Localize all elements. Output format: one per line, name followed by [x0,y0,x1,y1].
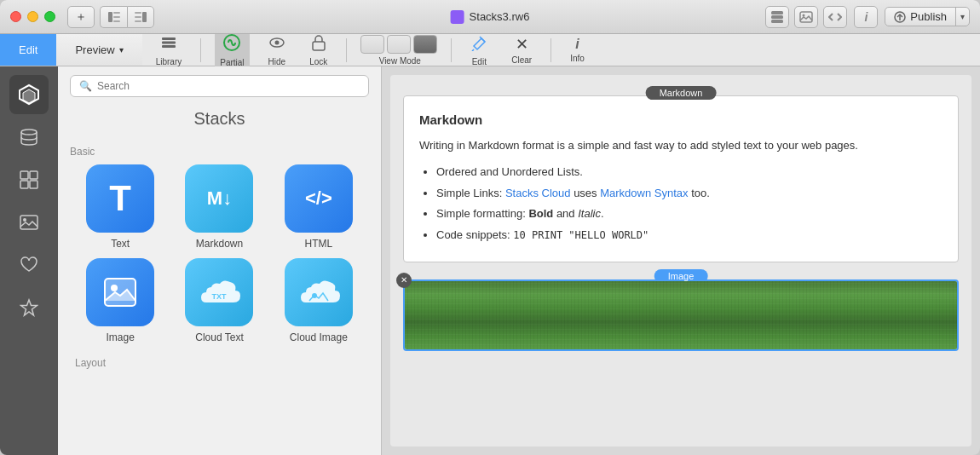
stack-item-cloud-text[interactable]: TXT Cloud Text [174,258,264,343]
svg-point-32 [23,218,26,222]
svg-marker-33 [21,300,37,315]
stacks-cloud-link[interactable]: Stacks Cloud [505,187,571,199]
sidebar-right-button[interactable] [127,6,154,28]
title-icons [765,6,847,28]
list-item: Simple formatting: Bold and Italic. [436,205,943,223]
view-mode-btn-3[interactable] [413,35,437,54]
svg-rect-8 [771,11,783,14]
image-icon-btn[interactable] [794,6,818,28]
tool-sep-1 [200,38,201,62]
code-icon-btn[interactable] [823,6,847,28]
svg-rect-31 [20,216,37,229]
publish-button[interactable]: Publish ▾ [885,7,970,26]
markdown-syntax-link[interactable]: Markdown Syntax [600,187,688,199]
tool-sep-4 [551,38,551,62]
tool-info[interactable]: i Info [565,34,590,66]
markdown-label: Markdown [196,238,243,250]
basic-section-title: Basic [58,142,381,164]
view-mode-btn-2[interactable] [387,35,411,54]
sidebar-icon-layers[interactable] [9,118,49,157]
view-mode-buttons [360,35,437,54]
partial-icon [222,33,241,56]
svg-rect-30 [30,181,37,188]
svg-rect-10 [771,20,783,23]
svg-rect-0 [108,12,112,22]
view-mode-btn-1[interactable] [360,35,384,54]
publish-dropdown-arrow[interactable]: ▾ [956,9,969,24]
image-block-close[interactable]: ✕ [396,273,412,288]
markdown-block-label: Markdown [646,86,717,100]
preview-tab[interactable]: Preview ▾ [56,34,141,66]
preview-dropdown-arrow[interactable]: ▾ [119,45,124,55]
partial-label: Partial [220,58,244,67]
search-icon: 🔍 [79,80,92,92]
html-label: HTML [304,238,332,250]
maximize-button[interactable] [44,11,55,22]
minimize-button[interactable] [27,11,38,22]
list-item: Ordered and Unordered Lists. [436,164,943,181]
tool-sep-3 [451,38,452,62]
image-block: ✕ Image [403,279,959,351]
cloud-image-icon [285,258,353,326]
window-title: Stacks3.rw6 [451,10,530,24]
stacks-icon-btn[interactable] [765,6,789,28]
list-item: Simple Links: Stacks Cloud uses Markdown… [436,185,943,203]
image-icon [86,258,154,326]
svg-point-26 [21,130,37,135]
sidebar-icon-heart[interactable] [9,245,49,285]
svg-rect-3 [113,20,120,22]
tool-partial[interactable]: Partial [215,31,249,70]
markdown-description: Writing in Markdown format is a simple a… [419,137,943,155]
sidebar-icon-photo[interactable] [9,203,49,242]
svg-rect-1 [113,12,120,14]
search-input-wrap[interactable]: 🔍 [70,75,369,97]
main-layout: 🔍 Stacks Basic T Text M↓ Markdown [0,66,980,455]
stack-item-image[interactable]: Image [75,258,165,343]
svg-rect-29 [20,181,28,188]
info-label: Info [570,54,585,63]
search-input[interactable] [97,80,360,92]
sidebar-icon-stacks[interactable] [9,75,49,114]
tool-library[interactable]: Library [151,32,187,69]
svg-text:TXT: TXT [212,292,228,301]
stack-item-markdown[interactable]: M↓ Markdown [174,164,264,250]
view-mode-group: View Mode [360,35,437,66]
toolbar-row: Edit Preview ▾ Library Partial Hide [0,34,980,66]
markdown-content: Markdown Writing in Markdown format is a… [404,96,958,262]
cloud-text-icon: TXT [185,258,253,326]
svg-point-36 [111,285,118,291]
svg-rect-11 [800,12,812,22]
add-button[interactable]: ＋ [67,6,95,28]
edit-tab[interactable]: Edit [0,34,56,66]
stack-item-cloud-image[interactable]: Cloud Image [274,258,364,343]
tool-clear[interactable]: ✕ Clear [506,32,537,67]
file-icon [451,10,464,24]
markdown-title: Markdown [419,110,943,130]
library-label: Library [156,57,182,66]
svg-rect-17 [162,45,176,48]
stack-item-html[interactable]: </> HTML [274,164,364,250]
canvas-area: Markdown Markdown Writing in Markdown fo… [390,75,971,446]
tool-lock[interactable]: Lock [304,32,332,69]
library-icon [160,34,177,55]
search-area: 🔍 [58,66,381,106]
info-icon-btn[interactable]: i [854,6,878,28]
publish-button-main[interactable]: Publish [885,8,956,26]
svg-marker-25 [23,89,35,103]
stack-item-text[interactable]: T Text [75,164,165,250]
tool-edit[interactable]: Edit [465,32,493,69]
hide-icon [268,34,285,55]
sidebar-icon-grid[interactable] [9,160,49,199]
sidebar-left-button[interactable] [100,6,127,28]
svg-rect-34 [105,279,135,306]
sidebar-icon-star[interactable] [9,288,49,327]
markdown-icon: M↓ [185,164,253,233]
edit-label: Edit [472,57,487,66]
close-button[interactable] [10,11,21,22]
svg-rect-9 [771,15,783,19]
html-icon: </> [285,164,353,233]
main-content: Markdown Markdown Writing in Markdown fo… [382,66,980,455]
tool-hide[interactable]: Hide [263,32,291,69]
lock-label: Lock [309,57,327,66]
cloud-text-label: Cloud Text [195,331,243,343]
